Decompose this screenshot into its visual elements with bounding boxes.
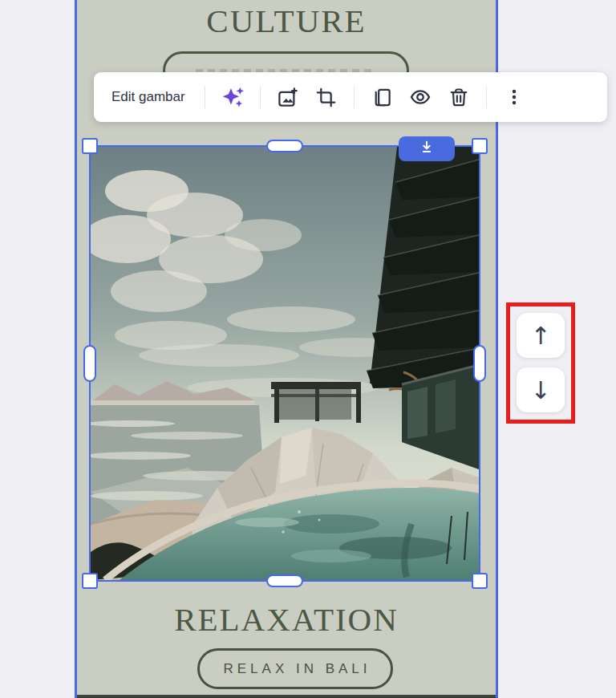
resize-handle-top[interactable] <box>266 140 303 152</box>
delete-button[interactable] <box>440 79 478 116</box>
crop-button[interactable] <box>307 79 346 116</box>
duplicate-button[interactable] <box>363 79 401 116</box>
download-icon <box>418 139 436 159</box>
trash-icon <box>448 87 469 108</box>
selected-image-frame[interactable] <box>91 147 479 580</box>
toolbar-divider <box>354 86 355 108</box>
eye-icon <box>409 86 432 108</box>
move-up-button[interactable]: ↑ <box>517 313 565 358</box>
replace-image-button[interactable] <box>269 79 307 116</box>
toolbar-divider <box>486 86 487 108</box>
magic-sparkle-icon <box>221 85 245 109</box>
kebab-menu-icon <box>504 87 525 108</box>
magic-edit-button[interactable] <box>213 79 252 116</box>
toolbar-divider <box>205 86 205 108</box>
reorder-controls-highlight: ↑ ↓ <box>506 302 575 424</box>
arrow-up-icon: ↑ <box>530 322 550 350</box>
culture-heading[interactable]: CULTURE <box>75 2 498 40</box>
toolbar-divider <box>260 86 261 108</box>
next-section-edge <box>77 695 496 698</box>
resize-handle-bottom-right[interactable] <box>472 573 488 589</box>
resize-handle-bottom-left[interactable] <box>82 573 98 589</box>
duplicate-icon <box>371 87 392 108</box>
relax-in-bali-button[interactable]: RELAX IN BALI <box>197 648 393 689</box>
resize-handle-left[interactable] <box>83 345 96 382</box>
resort-photo[interactable] <box>91 147 479 580</box>
download-button[interactable] <box>399 136 455 161</box>
resize-handle-top-right[interactable] <box>472 138 488 154</box>
arrow-down-icon: ↓ <box>530 376 550 404</box>
image-context-toolbar: Edit gambar <box>94 72 607 122</box>
more-options-button[interactable] <box>495 79 533 116</box>
resize-handle-right[interactable] <box>473 345 486 382</box>
move-down-button[interactable]: ↓ <box>517 367 565 412</box>
relaxation-heading[interactable]: RELAXATION <box>75 600 498 639</box>
edit-image-button[interactable]: Edit gambar <box>107 89 197 105</box>
preview-button[interactable] <box>401 79 440 116</box>
page-border-left <box>75 0 77 698</box>
crop-icon <box>315 87 337 108</box>
replace-image-icon <box>277 87 298 108</box>
resize-handle-top-left[interactable] <box>82 138 98 154</box>
resize-handle-bottom[interactable] <box>266 574 303 587</box>
